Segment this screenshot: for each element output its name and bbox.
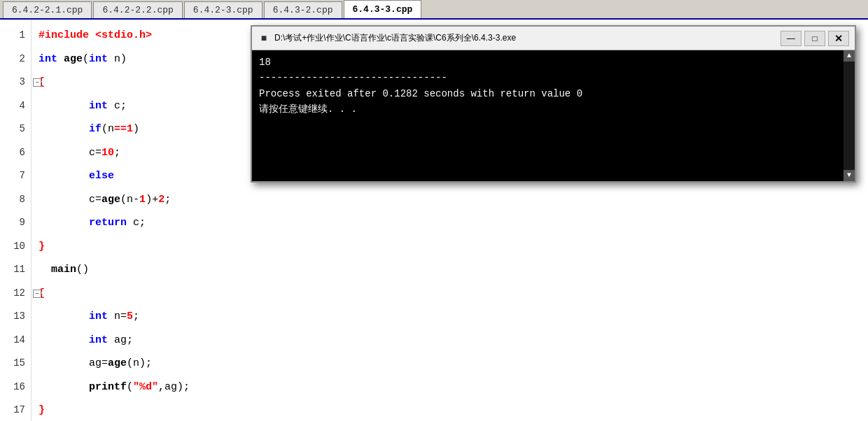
console-window: ■ D:\考试+作业\作业\C语言作业\c语言实验课\C6系列全\6.4.3-3…	[251, 25, 856, 183]
editor-area: 1 2 3 4 5 6 7 8 9 10 11 12 13 14 15 16 1…	[0, 20, 868, 421]
ln-8: 8	[0, 188, 25, 212]
line-numbers: 1 2 3 4 5 6 7 8 9 10 11 12 13 14 15 16 1…	[0, 20, 31, 421]
code-line-10: }	[38, 235, 868, 259]
code-line-14: int ag;	[38, 329, 868, 352]
code-line-16: printf("%d",ag);	[38, 376, 868, 399]
code-line-8: c=age(n-1)+2;	[38, 188, 868, 212]
ln-1: 1	[0, 24, 25, 48]
ln-13: 13	[0, 305, 25, 329]
console-scrollbar: ▲ ▼	[844, 50, 855, 181]
ln-11: 11	[0, 258, 25, 282]
code-line-15: ag=age(n);	[38, 352, 868, 376]
scrollbar-down-button[interactable]: ▼	[844, 170, 855, 181]
ln-2: 2	[0, 48, 25, 71]
ln-5: 5	[0, 117, 25, 141]
ln-7: 7	[0, 164, 25, 188]
fold-indicator-3[interactable]: −	[33, 78, 41, 87]
tab-6422[interactable]: 6.4.2-2.2.cpp	[93, 1, 182, 18]
console-titlebar: ■ D:\考试+作业\作业\C语言作业\c语言实验课\C6系列全\6.4.3-3…	[252, 27, 855, 50]
ln-16: 16	[0, 376, 25, 399]
ln-17: 17	[0, 399, 25, 421]
console-output-line2: --------------------------------	[259, 70, 848, 85]
console-body: 18 -------------------------------- Proc…	[252, 50, 855, 181]
code-line-12: {	[38, 282, 868, 306]
console-close-button[interactable]: ✕	[828, 31, 849, 46]
ln-10: 10	[0, 235, 25, 259]
ln-4: 4	[0, 94, 25, 118]
console-minimize-button[interactable]: —	[780, 31, 802, 46]
ln-15: 15	[0, 352, 25, 376]
console-controls: — □ ✕	[780, 31, 849, 46]
ln-3: 3	[0, 71, 25, 94]
ln-6: 6	[0, 141, 25, 165]
code-line-13: int n=5;	[38, 305, 868, 329]
tab-6433[interactable]: 6.4.3-3.cpp	[344, 0, 422, 18]
console-maximize-button[interactable]: □	[804, 31, 825, 46]
console-output-line4: 请按任意键继续. . .	[259, 101, 848, 117]
tab-6421[interactable]: 6.4.2-2.1.cpp	[3, 1, 92, 18]
tab-6432[interactable]: 6.4.3-2.cpp	[264, 1, 342, 18]
scrollbar-up-button[interactable]: ▲	[844, 50, 855, 62]
code-line-11: main()	[38, 258, 868, 282]
fold-indicator-12[interactable]: −	[33, 290, 41, 298]
console-title: D:\考试+作业\作业\C语言作业\c语言实验课\C6系列全\6.4.3-3.e…	[274, 32, 780, 44]
console-app-icon: ■	[258, 32, 270, 45]
code-line-17: }	[38, 399, 868, 421]
console-output-line1: 18	[259, 55, 848, 70]
tab-bar: 6.4.2-2.1.cpp 6.4.2-2.2.cpp 6.4.2-3.cpp …	[0, 0, 868, 20]
code-line-9: return c;	[38, 211, 868, 235]
ln-14: 14	[0, 329, 25, 352]
ln-9: 9	[0, 211, 25, 235]
console-output-line3: Process exited after 0.1282 seconds with…	[259, 86, 848, 101]
ln-12: 12	[0, 282, 25, 306]
tab-6423[interactable]: 6.4.2-3.cpp	[184, 1, 262, 18]
